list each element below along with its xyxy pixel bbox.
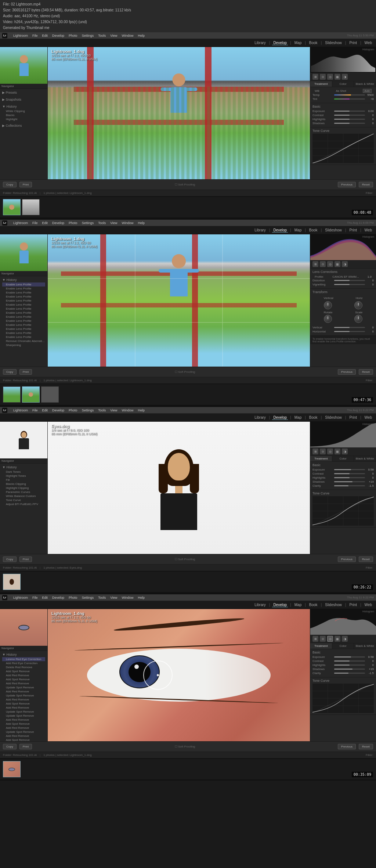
nav-map-4[interactable]: Map <box>293 603 303 607</box>
history-item-2b[interactable]: Enable Lens Profile <box>2 287 45 291</box>
filmstrip-thumb-2a[interactable] <box>3 386 21 403</box>
hist-4p[interactable]: Add Red Remove <box>2 718 45 722</box>
hist-4a[interactable]: Lenmo Red Eye Correction <box>2 657 45 661</box>
menu-lightroom-1[interactable]: Lightroom <box>13 34 28 37</box>
copy-btn-3[interactable]: Copy <box>3 557 17 562</box>
nav-develop-2[interactable]: Develop <box>272 228 288 233</box>
hist-4f[interactable]: Add Spot Remove <box>2 677 45 681</box>
brush-tool-4[interactable]: ◑ <box>342 636 348 642</box>
hist-4s[interactable]: Update Spot Remove <box>2 730 45 734</box>
menu-edit-1[interactable]: Edit <box>42 34 48 37</box>
nav-print-4[interactable]: Print <box>348 603 358 607</box>
hist-4r[interactable]: Add Red Remove <box>2 726 45 730</box>
menu-lightroom-2[interactable]: Lightroom <box>13 221 28 225</box>
hist-4t[interactable]: Add Red Remove <box>2 734 45 738</box>
hist-4u[interactable]: Add Spot Remove <box>2 738 45 741</box>
hist-4o[interactable]: Update Spot Remove <box>2 714 45 718</box>
print-btn-4[interactable]: Print <box>19 744 32 749</box>
hist-3e[interactable]: Highlight Clipping <box>2 486 45 490</box>
menu-help-4[interactable]: Help <box>138 596 145 599</box>
hist-3g[interactable]: White Balance Custom <box>2 494 45 498</box>
history-item-2n[interactable]: Enable Lens Profile <box>2 335 45 339</box>
tab-treatment-1[interactable]: Treatment <box>310 81 332 87</box>
nav-print-1[interactable]: Print <box>348 41 358 45</box>
nav-library-3[interactable]: Library <box>253 415 267 419</box>
grad-tool-4[interactable]: ▦ <box>335 636 340 642</box>
print-btn-2[interactable]: Print <box>19 369 32 375</box>
menu-edit-4[interactable]: Edit <box>42 596 48 599</box>
hi-slider-3[interactable] <box>334 477 365 478</box>
redeye-tool-2[interactable]: ◎ <box>327 261 333 267</box>
filmstrip-thumb-1b[interactable] <box>22 199 40 215</box>
menu-view-3[interactable]: View <box>110 408 117 412</box>
print-btn-3[interactable]: Print <box>19 557 32 562</box>
tab-bw-1[interactable]: Black & White <box>354 81 376 87</box>
nav-book-4[interactable]: Book <box>308 603 319 607</box>
history-item-2p[interactable]: Sharpening <box>2 343 45 347</box>
redeye-tool-1[interactable]: ◎ <box>327 74 333 80</box>
vignette-slider-2[interactable] <box>334 284 365 285</box>
hist-3d[interactable]: Blacks Clipping <box>2 482 45 486</box>
history-item-2c[interactable]: Enable Lens Profile <box>2 291 45 295</box>
nav-develop-1[interactable]: Develop <box>272 41 288 45</box>
history-item-2m[interactable]: Enable Lens Profile <box>2 331 45 335</box>
menu-help-2[interactable]: Help <box>138 221 145 225</box>
history-item-2f[interactable]: Enable Lens Profile <box>2 303 45 307</box>
history-item-2k[interactable]: Enable Lens Profile <box>2 323 45 327</box>
menu-window-3[interactable]: Window <box>122 408 134 412</box>
nav-slideshow-3[interactable]: Slideshow <box>324 415 343 419</box>
menu-file-4[interactable]: File <box>32 596 38 599</box>
temp-slider-1[interactable] <box>334 94 365 96</box>
spot-tool-4[interactable]: ⊙ <box>320 636 326 642</box>
con-slider-4[interactable] <box>334 660 365 662</box>
history-item-2i[interactable]: Enable Lens Profile <box>2 315 45 319</box>
history-item-1a[interactable]: White Clipping <box>2 109 45 113</box>
history-item-1c[interactable]: Highlight <box>2 117 45 121</box>
tab-bw-4[interactable]: Black & White <box>354 643 376 649</box>
nav-library-2[interactable]: Library <box>253 228 267 232</box>
nav-book-2[interactable]: Book <box>308 228 319 232</box>
reset-btn-4[interactable]: Reset <box>359 744 373 749</box>
nav-slideshow-1[interactable]: Slideshow <box>324 41 343 45</box>
crop-tool-3[interactable]: ⊞ <box>312 449 318 454</box>
hist-4j[interactable]: Update Spot Remove <box>2 694 45 698</box>
filmstrip-thumb-2c[interactable] <box>41 386 59 403</box>
nav-map-2[interactable]: Map <box>293 228 303 232</box>
nav-develop-4[interactable]: Develop <box>272 603 288 607</box>
menu-photo-1[interactable]: Photo <box>69 34 77 37</box>
brush-tool-1[interactable]: ◑ <box>342 74 348 80</box>
reset-btn-1[interactable]: Reset <box>359 182 373 187</box>
grad-tool-1[interactable]: ▦ <box>335 74 340 80</box>
history-item-2g[interactable]: Enable Lens Profile <box>2 307 45 311</box>
nav-book-3[interactable]: Book <box>308 415 319 419</box>
nav-library-1[interactable]: Library <box>253 41 267 45</box>
previous-btn-4[interactable]: Previous <box>338 744 356 749</box>
hi-slider-1[interactable] <box>334 119 365 120</box>
con-slider-1[interactable] <box>334 115 365 116</box>
menu-develop-3[interactable]: Develop <box>52 408 64 412</box>
vert-slider-2[interactable] <box>334 327 365 328</box>
history-item-2h[interactable]: Enable Lens Profile <box>2 311 45 315</box>
spot-tool-3[interactable]: ⊙ <box>320 449 326 454</box>
tab-color-3[interactable]: Color <box>332 456 354 461</box>
nav-slideshow-4[interactable]: Slideshow <box>324 603 343 607</box>
previous-btn-2[interactable]: Previous <box>338 369 356 375</box>
menu-photo-2[interactable]: Photo <box>69 221 77 225</box>
menu-file-2[interactable]: File <box>32 221 38 225</box>
menu-develop-1[interactable]: Develop <box>52 34 64 37</box>
filmstrip-thumb-1a[interactable] <box>3 199 21 215</box>
menu-develop-4[interactable]: Develop <box>52 596 64 599</box>
history-item-1b[interactable]: Blacks <box>2 113 45 117</box>
hist-4l[interactable]: Add Spot Remove <box>2 702 45 706</box>
hist-3i[interactable]: Adjust BTI FullEdit1.FPV <box>2 502 45 506</box>
hist-4g[interactable]: Add Red Remove <box>2 681 45 685</box>
menu-settings-3[interactable]: Settings <box>82 408 94 412</box>
hist-4k[interactable]: Add Red Remove <box>2 698 45 702</box>
menu-lightroom-4[interactable]: Lightroom <box>13 596 28 599</box>
nav-map-3[interactable]: Map <box>293 415 303 419</box>
grad-tool-2[interactable]: ▦ <box>335 261 340 267</box>
redeye-tool-4[interactable]: ◎ <box>327 636 333 642</box>
crop-tool-2[interactable]: ⊞ <box>312 261 318 267</box>
distortion-slider-2[interactable] <box>334 280 365 281</box>
menu-settings-2[interactable]: Settings <box>82 221 94 225</box>
